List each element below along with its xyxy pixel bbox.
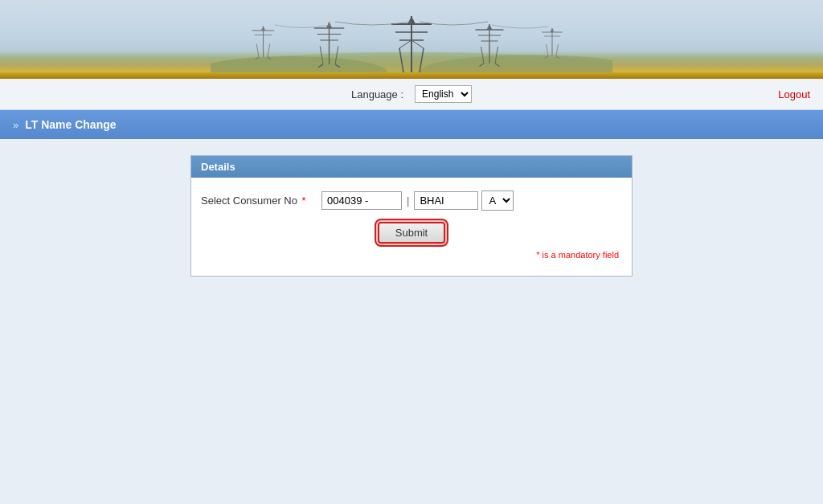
consumer-number-input[interactable] bbox=[321, 191, 402, 210]
button-row: Submit bbox=[201, 222, 622, 244]
page-title: LT Name Change bbox=[25, 118, 116, 131]
svg-line-9 bbox=[399, 40, 412, 48]
language-label: Language : bbox=[351, 88, 403, 100]
title-arrows: » bbox=[13, 119, 18, 131]
svg-line-36 bbox=[268, 44, 270, 58]
details-header: Details bbox=[191, 156, 632, 178]
main-content: Details Select Consumer No * | A B C bbox=[0, 139, 823, 461]
consumer-label: Select Consumer No * bbox=[201, 195, 321, 207]
logout-link[interactable]: Logout bbox=[778, 88, 810, 100]
consumer-separator: | bbox=[405, 195, 411, 207]
svg-marker-37 bbox=[261, 27, 266, 31]
header-inner: Language : English Hindi Marathi Logout bbox=[13, 85, 810, 103]
svg-line-35 bbox=[256, 44, 259, 58]
header-right: Language : English Hindi Marathi bbox=[351, 85, 472, 103]
svg-marker-11 bbox=[407, 16, 416, 24]
consumer-name-input[interactable] bbox=[414, 191, 478, 210]
mandatory-note: * is a mandatory field bbox=[201, 247, 622, 260]
consumer-input-group: | A B C bbox=[321, 191, 514, 211]
language-select[interactable]: English Hindi Marathi bbox=[415, 85, 472, 103]
details-box: Details Select Consumer No * | A B C bbox=[190, 155, 633, 277]
submit-button[interactable]: Submit bbox=[378, 222, 445, 244]
page-title-bar: » LT Name Change bbox=[0, 110, 823, 139]
svg-line-43 bbox=[547, 44, 549, 56]
consumer-form-row: Select Consumer No * | A B C bbox=[201, 191, 622, 211]
tower-illustration bbox=[0, 0, 823, 72]
gold-divider bbox=[0, 72, 823, 79]
consumer-select[interactable]: A B C bbox=[481, 191, 514, 211]
svg-line-10 bbox=[412, 40, 424, 48]
svg-marker-29 bbox=[487, 24, 493, 30]
svg-line-44 bbox=[556, 44, 559, 56]
mandatory-star: * bbox=[299, 195, 306, 207]
header-bar: Language : English Hindi Marathi Logout bbox=[0, 79, 823, 110]
svg-marker-45 bbox=[551, 28, 555, 32]
details-body: Select Consumer No * | A B C Submit bbox=[191, 178, 632, 276]
top-banner bbox=[0, 0, 823, 72]
